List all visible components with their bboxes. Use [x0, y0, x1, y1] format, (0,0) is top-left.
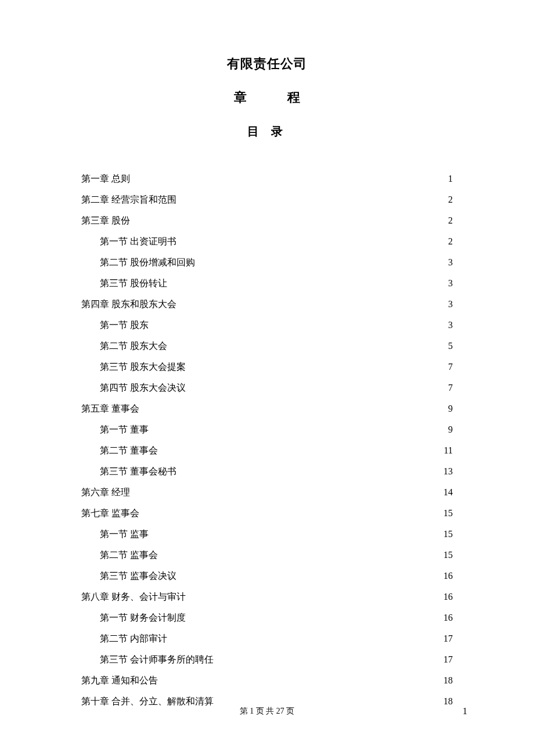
- toc-entry-page: 13: [441, 467, 453, 476]
- toc-entry-label: 第二节 董事会: [100, 446, 158, 455]
- toc-entry-page: 3: [441, 258, 453, 267]
- toc-entry: 第四节 股东大会决议7: [81, 383, 453, 393]
- toc-entry: 第三章 股份2: [81, 216, 453, 225]
- toc-entry-page: 15: [441, 509, 453, 518]
- toc-entry-page: 16: [441, 592, 453, 602]
- toc-entry: 第一节 财务会计制度16: [81, 613, 453, 622]
- toc-entry: 第一节 出资证明书2: [81, 237, 453, 246]
- toc-entry-label: 第二章 经营宗旨和范围: [81, 195, 176, 204]
- toc-entry-label: 第三节 股份转让: [100, 279, 167, 288]
- toc-entry: 第二节 董事会11: [81, 446, 453, 455]
- toc-entry-label: 第二节 股东大会: [100, 341, 167, 351]
- toc-entry-page: 15: [441, 530, 453, 539]
- toc-entry-page: 7: [441, 362, 453, 372]
- toc-entry: 第四章 股东和股东大会3: [81, 300, 453, 309]
- document-page: 有限责任公司 章程 目 录 第一章 总则1第二章 经营宗旨和范围2第三章 股份2…: [0, 0, 534, 756]
- toc-entry-page: 18: [441, 697, 453, 706]
- toc-entry-page: 2: [441, 237, 453, 246]
- toc-entry: 第三节 股东大会提案7: [81, 362, 453, 372]
- toc-entry: 第八章 财务、会计与审计16: [81, 592, 453, 602]
- toc-entry-label: 第二节 监事会: [100, 550, 158, 560]
- toc-entry: 第三节 董事会秘书13: [81, 467, 453, 476]
- toc-entry-page: 7: [441, 383, 453, 393]
- toc-entry-page: 9: [441, 404, 453, 413]
- toc-entry-page: 9: [441, 425, 453, 434]
- toc-heading: 目 录: [64, 124, 470, 139]
- toc-entry: 第一节 监事15: [81, 530, 453, 539]
- document-title: 章程: [64, 89, 470, 106]
- toc-entry-label: 第一节 监事: [100, 530, 149, 539]
- toc-entry: 第一章 总则1: [81, 174, 453, 183]
- toc-entry-label: 第四节 股东大会决议: [100, 383, 186, 393]
- toc-entry-label: 第一节 董事: [100, 425, 149, 434]
- toc-entry-page: 3: [441, 300, 453, 309]
- toc-entry-page: 16: [441, 613, 453, 622]
- toc-entry-label: 第九章 通知和公告: [81, 676, 158, 685]
- toc-entry-label: 第五章 董事会: [81, 404, 139, 413]
- toc-entry-page: 15: [441, 550, 453, 560]
- company-type-title: 有限责任公司: [64, 55, 470, 73]
- toc-entry-label: 第三节 股东大会提案: [100, 362, 186, 372]
- toc-entry: 第二节 股份增减和回购3: [81, 258, 453, 267]
- title-char-1: 章: [234, 90, 247, 105]
- toc-entry-page: 18: [441, 676, 453, 685]
- toc-entry: 第一节 董事9: [81, 425, 453, 434]
- toc-entry-label: 第三节 监事会决议: [100, 571, 176, 581]
- toc-entry-label: 第一节 财务会计制度: [100, 613, 186, 622]
- toc-entry-label: 第二节 股份增减和回购: [100, 258, 195, 267]
- toc-entry-label: 第七章 监事会: [81, 509, 139, 518]
- toc-entry: 第五章 董事会9: [81, 404, 453, 413]
- toc-entry: 第三节 会计师事务所的聘任17: [81, 655, 453, 664]
- toc-entry: 第二章 经营宗旨和范围2: [81, 195, 453, 204]
- toc-entry: 第一节 股东3: [81, 321, 453, 330]
- toc-entry: 第二节 监事会15: [81, 550, 453, 560]
- toc-entry: 第六章 经理14: [81, 488, 453, 497]
- toc-entry-label: 第三节 会计师事务所的聘任: [100, 655, 214, 664]
- toc-entry-label: 第二节 内部审计: [100, 634, 167, 643]
- toc-entry: 第七章 监事会15: [81, 509, 453, 518]
- toc-entry: 第十章 合并、分立、解散和清算18: [81, 697, 453, 706]
- toc-entry-page: 17: [441, 634, 453, 643]
- title-block: 有限责任公司 章程 目 录: [64, 55, 470, 139]
- toc-entry: 第三节 监事会决议16: [81, 571, 453, 581]
- toc-entry-page: 1: [441, 174, 453, 183]
- toc-entry: 第三节 股份转让3: [81, 279, 453, 288]
- toc-entry-page: 5: [441, 341, 453, 351]
- toc-entry-page: 14: [441, 488, 453, 497]
- table-of-contents: 第一章 总则1第二章 经营宗旨和范围2第三章 股份2第一节 出资证明书2第二节 …: [64, 174, 470, 706]
- page-footer-right: 1: [463, 706, 467, 717]
- page-footer-center: 第 1 页 共 27 页: [0, 706, 534, 717]
- toc-entry: 第九章 通知和公告18: [81, 676, 453, 685]
- title-char-2: 程: [287, 90, 300, 105]
- toc-entry-label: 第三章 股份: [81, 216, 130, 225]
- toc-entry-label: 第八章 财务、会计与审计: [81, 592, 186, 602]
- toc-entry-page: 11: [441, 446, 453, 455]
- toc-entry-label: 第六章 经理: [81, 488, 130, 497]
- toc-entry: 第二节 股东大会5: [81, 341, 453, 351]
- toc-entry-label: 第十章 合并、分立、解散和清算: [81, 697, 214, 706]
- toc-entry-page: 17: [441, 655, 453, 664]
- toc-entry-page: 16: [441, 571, 453, 581]
- toc-entry-label: 第一节 出资证明书: [100, 237, 176, 246]
- toc-entry-label: 第一章 总则: [81, 174, 130, 183]
- toc-entry-label: 第三节 董事会秘书: [100, 467, 176, 476]
- toc-entry-page: 3: [441, 279, 453, 288]
- toc-entry-page: 2: [441, 195, 453, 204]
- toc-entry-page: 2: [441, 216, 453, 225]
- toc-entry-page: 3: [441, 321, 453, 330]
- toc-entry: 第二节 内部审计17: [81, 634, 453, 643]
- toc-entry-label: 第四章 股东和股东大会: [81, 300, 176, 309]
- toc-entry-label: 第一节 股东: [100, 321, 149, 330]
